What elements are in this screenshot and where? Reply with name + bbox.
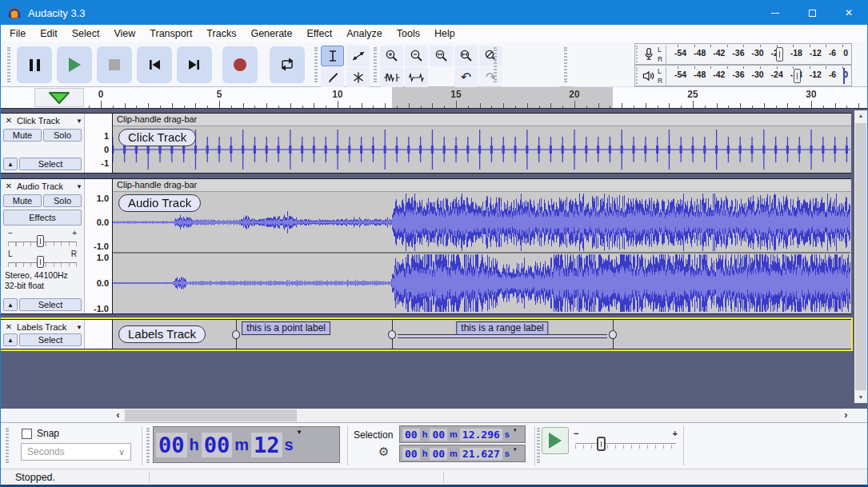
silence-selection-button[interactable]: [405, 67, 428, 88]
time-value[interactable]: 00: [430, 429, 447, 441]
audio-track-clip-handle[interactable]: Clip-handle drag-bar: [113, 179, 851, 192]
recording-meter-scale[interactable]: -54-48-42-36-30-24-18-12-60: [666, 44, 851, 64]
snap-checkbox[interactable]: [22, 429, 32, 439]
time-value[interactable]: 12: [251, 433, 282, 457]
labels-track-pill[interactable]: Labels Track: [118, 325, 206, 343]
skip-to-end-button[interactable]: [177, 46, 212, 83]
click-track-collapse-button[interactable]: ▲: [3, 158, 18, 170]
audio-track-gain-slider[interactable]: − +: [4, 229, 81, 248]
trim-outside-selection-button[interactable]: [380, 67, 403, 88]
time-format-dropdown-icon[interactable]: ▾: [514, 427, 517, 433]
loop-button[interactable]: [270, 46, 305, 83]
maximize-button[interactable]: [794, 1, 830, 25]
click-track-clip-handle[interactable]: Clip-handle drag-bar: [113, 114, 851, 126]
menu-item-transport[interactable]: Transport: [142, 25, 199, 42]
time-value[interactable]: 00: [156, 433, 187, 457]
pause-button[interactable]: [17, 46, 52, 83]
zoom-out-button[interactable]: [405, 46, 428, 66]
time-format-dropdown-icon[interactable]: ▾: [514, 446, 517, 453]
time-value[interactable]: 00: [202, 433, 233, 457]
record-button[interactable]: [222, 46, 258, 83]
play-at-speed-toolbar-grip[interactable]: [537, 428, 540, 463]
play-at-speed-button[interactable]: [542, 427, 569, 454]
stop-button[interactable]: [97, 46, 132, 83]
menu-item-help[interactable]: Help: [427, 25, 462, 42]
point-label-handle[interactable]: [232, 330, 240, 339]
selection-settings-gear-icon[interactable]: ⚙: [378, 445, 389, 459]
redo-button[interactable]: ↷: [479, 67, 502, 88]
audio-track-vertical-ruler[interactable]: 1.0 0.0 -1.0 1.0 0.0 -1.0: [84, 179, 112, 313]
undo-button[interactable]: ↶: [454, 67, 478, 88]
title-bar[interactable]: Audacity 3.3 ✕: [1, 1, 867, 25]
click-track-name-menu[interactable]: Click Track ▼: [16, 115, 83, 126]
vertical-scrollbar[interactable]: ▲ ▼: [854, 110, 867, 403]
timeline-ruler[interactable]: 051015202530: [1, 87, 867, 109]
audio-track-name-menu[interactable]: Audio Track ▼: [16, 181, 83, 192]
click-track-waveform[interactable]: [113, 126, 850, 173]
menu-item-file[interactable]: File: [2, 25, 33, 42]
pan-slider-thumb[interactable]: [37, 256, 44, 268]
menu-item-analyze[interactable]: Analyze: [339, 25, 389, 42]
vertical-scrollbar-thumb[interactable]: [855, 123, 866, 390]
audio-track-collapse-button[interactable]: ▲: [3, 298, 18, 311]
scroll-down-arrow[interactable]: ▼: [854, 392, 867, 403]
play-button[interactable]: [57, 46, 92, 83]
menu-item-view[interactable]: View: [106, 25, 142, 42]
scroll-up-arrow[interactable]: ▲: [854, 110, 867, 122]
play-speed-slider-thumb[interactable]: [597, 437, 606, 451]
play-speed-slider[interactable]: − +: [572, 429, 679, 453]
audio-track-pan-slider[interactable]: L R: [4, 249, 81, 269]
horizontal-scrollbar[interactable]: ‹ ›: [1, 409, 867, 422]
edit-toolbar-grip[interactable]: [374, 47, 377, 82]
time-value[interactable]: 12.296: [460, 429, 502, 441]
range-label-right-handle[interactable]: [609, 330, 617, 339]
time-value[interactable]: 00: [402, 429, 420, 441]
time-format-dropdown-icon[interactable]: ▾: [298, 428, 302, 436]
scroll-left-arrow[interactable]: ‹: [113, 409, 123, 422]
track-area[interactable]: ✕ Click Track ▼ Mute Solo ▲ Select 1 0 -…: [1, 109, 867, 409]
time-value[interactable]: 00: [430, 448, 447, 460]
tools-toolbar-grip[interactable]: [314, 47, 318, 82]
menu-item-edit[interactable]: Edit: [33, 25, 65, 42]
selection-start-display[interactable]: 00 h 00 m 12.296 s ▾: [399, 425, 526, 443]
share-toolbar-grip[interactable]: [564, 47, 567, 82]
menu-item-effect[interactable]: Effect: [300, 25, 340, 42]
click-track-mute-button[interactable]: Mute: [3, 129, 42, 142]
zoom-to-selection-button[interactable]: [430, 46, 453, 66]
range-label-text[interactable]: this is a range label: [456, 321, 548, 335]
click-track-solo-button[interactable]: Solo: [43, 129, 82, 142]
time-value[interactable]: 21.627: [460, 448, 502, 460]
menu-item-generate[interactable]: Generate: [243, 25, 299, 42]
audio-track-clip[interactable]: Clip-handle drag-bar Audio Track: [113, 179, 851, 313]
minimize-button[interactable]: [757, 1, 794, 25]
horizontal-scrollbar-thumb[interactable]: [125, 409, 297, 421]
snap-format-select[interactable]: Seconds ∨: [21, 443, 131, 461]
audio-track-close-button[interactable]: ✕: [3, 181, 14, 192]
audio-track-mute-button[interactable]: Mute: [3, 194, 42, 207]
click-track-pill[interactable]: Click Track: [118, 129, 196, 146]
click-track-close-button[interactable]: ✕: [3, 115, 14, 126]
scroll-right-arrow[interactable]: ›: [841, 409, 851, 422]
zoom-in-button[interactable]: [380, 46, 403, 66]
labels-track-select-button[interactable]: Select: [19, 333, 82, 346]
menu-item-select[interactable]: Select: [65, 25, 107, 42]
menu-item-tracks[interactable]: Tracks: [199, 25, 243, 42]
click-track-vertical-ruler[interactable]: 1 0 -1: [84, 114, 112, 173]
audio-track-solo-button[interactable]: Solo: [43, 194, 82, 207]
labels-track-body[interactable]: Labels Track this is a point labelthis i…: [113, 320, 851, 349]
audio-track-pill[interactable]: Audio Track: [118, 194, 201, 212]
audio-track-select-button[interactable]: Select: [19, 298, 82, 311]
recording-meter[interactable]: L R -54-48-42-36-30-24-18-12-60: [634, 43, 852, 65]
time-toolbar-grip[interactable]: [146, 428, 150, 463]
horizontal-scrollbar-track[interactable]: [123, 409, 841, 422]
fit-project-button[interactable]: [454, 46, 478, 66]
envelope-tool-button[interactable]: [346, 46, 370, 66]
time-value[interactable]: 00: [402, 448, 420, 460]
playback-meter[interactable]: L R -54-48-42-36-30-24-18-12-60: [634, 65, 852, 86]
playback-meter-scale[interactable]: -54-48-42-36-30-24-18-12-60: [666, 66, 851, 86]
audio-position-display[interactable]: 00 h 00 m 12 s ▾: [153, 426, 340, 463]
draw-tool-button[interactable]: [321, 67, 344, 88]
labels-track-close-button[interactable]: ✕: [3, 321, 14, 333]
point-label-text[interactable]: this is a point label: [242, 321, 330, 335]
multi-tool-button[interactable]: [346, 67, 370, 88]
